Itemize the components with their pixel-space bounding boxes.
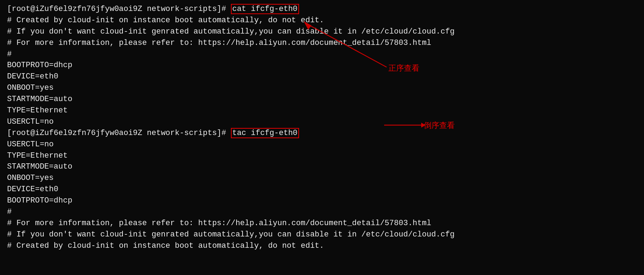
line-4: # For more information, please refer to:… [7, 37, 637, 49]
line-11: USERCTL=no [7, 116, 637, 128]
line-5: # [7, 49, 637, 60]
line-17: DEVICE=eth0 [7, 184, 637, 195]
prompt-2: [root@iZuf6el9zfn76jfyw0aoi9Z network-sc… [7, 129, 231, 138]
prompt-1: [root@iZuf6el9zfn76jfyw0aoi9Z network-sc… [7, 5, 231, 13]
line-3: # If you don't want cloud-init genrated … [7, 26, 637, 37]
terminal: [root@iZuf6el9zfn76jfyw0aoi9Z network-sc… [0, 0, 644, 255]
line-6: BOOTPROTO=dhcp [7, 60, 637, 71]
line-8: ONBOOT=yes [7, 82, 637, 94]
line-9: STARTMODE=auto [7, 94, 637, 105]
line-14: TYPE=Ethernet [7, 150, 637, 162]
line-12: [root@iZuf6el9zfn76jfyw0aoi9Z network-sc… [7, 128, 637, 139]
line-13: USERCTL=no [7, 139, 637, 150]
line-2: # Created by cloud-init on instance boot… [7, 15, 637, 26]
annotation-zhengxu: 正序查看 [388, 63, 419, 74]
line-21: # If you don't want cloud-init genrated … [7, 229, 637, 240]
tac-command: tac ifcfg-eth0 [231, 128, 299, 138]
line-1: [root@iZuf6el9zfn76jfyw0aoi9Z network-sc… [7, 4, 637, 15]
line-7: DEVICE=eth0 [7, 71, 637, 82]
line-16: ONBOOT=yes [7, 172, 637, 184]
line-20: # For more information, please refer to:… [7, 218, 637, 229]
line-22: # Created by cloud-init on instance boot… [7, 240, 637, 252]
line-10: TYPE=Ethernet [7, 105, 637, 116]
annotation-daoxu: 倒序查看 [424, 120, 455, 131]
cat-command: cat ifcfg-eth0 [231, 4, 299, 14]
line-15: STARTMODE=auto [7, 161, 637, 172]
line-18: BOOTPROTO=dhcp [7, 195, 637, 206]
line-19: # [7, 206, 637, 218]
